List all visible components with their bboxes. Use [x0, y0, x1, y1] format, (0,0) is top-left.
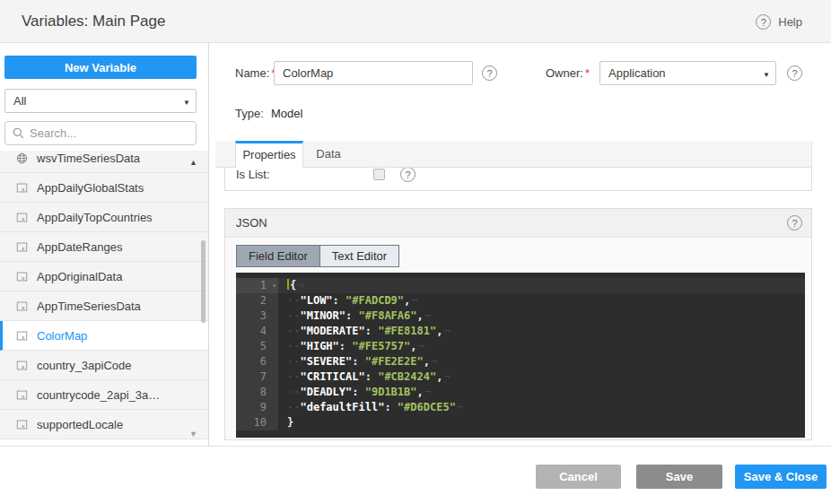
required-asterisk: * — [585, 66, 590, 80]
type-value: Model — [271, 106, 302, 122]
variable-icon: x — [15, 212, 28, 224]
page-title: Variables: Main Page — [22, 0, 165, 43]
editor-tabstrip: Properties Data — [215, 141, 812, 168]
chevron-down-icon — [757, 66, 775, 80]
list-item[interactable]: xAppTimeSeriesData — [0, 291, 208, 321]
owner-field-label: Owner:* — [546, 61, 590, 85]
save-and-close-button[interactable]: Save & Close — [735, 465, 827, 489]
variable-search[interactable] — [4, 121, 197, 145]
owner-help-icon[interactable] — [787, 65, 802, 81]
code-line[interactable]: 9··"defaultFill": "#D6DCE5"¬ — [236, 400, 805, 415]
svg-text:x: x — [21, 393, 25, 399]
list-item[interactable]: xAppDailyTopCountries — [0, 203, 208, 232]
json-editor-mode-toggle: Field Editor Text Editor — [236, 245, 399, 267]
globe-icon — [15, 152, 28, 165]
json-help-icon[interactable] — [787, 215, 802, 230]
dialog-header: Variables: Main Page Help — [0, 0, 831, 43]
line-number: 10 — [236, 415, 278, 430]
list-item[interactable]: xcountry_3apiCode — [0, 351, 208, 380]
search-input[interactable] — [30, 126, 173, 140]
owner-selected-value: Application — [600, 66, 757, 80]
list-item-label: wsvTimeSeriesData — [37, 152, 140, 165]
chevron-down-icon — [178, 94, 196, 108]
search-icon — [13, 127, 24, 139]
cancel-button[interactable]: Cancel — [536, 465, 621, 489]
field-editor-button[interactable]: Field Editor — [237, 246, 319, 266]
line-number: 8 — [236, 385, 278, 400]
variable-icon: x — [15, 360, 28, 372]
list-item[interactable]: xcountrycode_2api_3a… — [0, 380, 208, 410]
svg-text:x: x — [21, 186, 25, 192]
line-number: 6 — [236, 354, 278, 369]
line-number: 5 — [236, 339, 278, 354]
line-number: 3 — [236, 308, 278, 324]
name-help-icon[interactable] — [482, 65, 497, 81]
line-number: 7 — [236, 369, 278, 385]
name-input[interactable] — [274, 61, 473, 85]
code-line[interactable]: 4··"MODERATE": "#FE8181",¬ — [236, 324, 805, 339]
code-line[interactable]: 2··"LOW": "#FADCD9",¬ — [236, 293, 805, 308]
scroll-up-icon[interactable] — [189, 158, 197, 167]
is-list-checkbox[interactable] — [373, 169, 385, 180]
code-line[interactable]: 8··"DEADLY": "9D1B1B",¬ — [236, 385, 805, 400]
list-item-label: AppDailyTopCountries — [37, 211, 153, 224]
list-item[interactable]: wsvTimeSeriesData — [0, 151, 208, 173]
list-item-label: supportedLocale — [37, 418, 123, 431]
variable-icon: x — [15, 300, 28, 313]
footer-divider — [0, 446, 831, 447]
list-item-label: AppDailyGlobalStats — [37, 181, 144, 195]
json-section-title: JSON — [236, 209, 267, 238]
code-line[interactable]: 1{¬ — [236, 278, 805, 293]
svg-text:x: x — [21, 245, 25, 251]
help-button[interactable]: Help — [756, 0, 802, 43]
list-item-label: ColorMap — [37, 329, 87, 343]
variables-dialog: Variables: Main Page Help New Variable A… — [0, 0, 831, 504]
list-item[interactable]: xAppOriginalData — [0, 262, 208, 291]
owner-dropdown[interactable]: Application — [599, 61, 776, 85]
variable-icon: x — [15, 389, 28, 402]
name-field-label: Name:* — [235, 61, 276, 85]
list-item-label: AppDateRanges — [37, 240, 122, 254]
line-number: 1 — [236, 278, 278, 293]
help-icon — [756, 14, 771, 30]
scroll-down-icon[interactable] — [189, 430, 197, 439]
list-item-label: countrycode_2api_3a… — [37, 388, 160, 402]
variable-icon: x — [15, 419, 28, 431]
variable-editor-panel: Name:* Owner:* Application Type: Model P… — [209, 43, 831, 504]
code-line[interactable]: 5··"HIGH": "#FE5757",¬ — [236, 339, 805, 354]
variable-list: wsvTimeSeriesDataxAppDailyGlobalStatsxAp… — [0, 151, 208, 446]
tab-properties[interactable]: Properties — [235, 141, 303, 169]
variable-filter-dropdown[interactable]: All — [4, 89, 197, 113]
code-line[interactable]: 6··"SEVERE": "#FE2E2E",¬ — [236, 354, 805, 369]
is-list-help-icon[interactable] — [400, 168, 416, 182]
list-item[interactable]: xAppDateRanges — [0, 232, 208, 262]
code-line[interactable]: 10} — [236, 415, 805, 430]
line-number: 9 — [236, 400, 278, 415]
help-label: Help — [778, 15, 802, 29]
svg-text:x: x — [21, 334, 25, 340]
list-item[interactable]: xColorMap — [0, 321, 208, 351]
variable-icon: x — [15, 241, 28, 254]
scrollbar-thumb[interactable] — [201, 240, 206, 323]
list-item-label: country_3apiCode — [37, 359, 132, 372]
save-button[interactable]: Save — [636, 465, 722, 489]
code-line[interactable]: 3··"MINOR": "#F8AFA6",¬ — [236, 308, 805, 324]
line-number: 4 — [236, 324, 278, 339]
json-code-editor[interactable]: 1{¬2··"LOW": "#FADCD9",¬3··"MINOR": "#F8… — [236, 273, 805, 438]
variable-icon: x — [15, 330, 28, 343]
fold-arrow-icon[interactable] — [272, 278, 276, 293]
line-number: 2 — [236, 293, 278, 308]
is-list-label: Is List: — [236, 168, 371, 181]
variable-icon: x — [15, 182, 28, 195]
text-editor-button[interactable]: Text Editor — [319, 246, 398, 266]
filter-selected-value: All — [5, 94, 178, 108]
type-field-label: Type: — [235, 106, 264, 122]
tab-data[interactable]: Data — [303, 141, 354, 168]
new-variable-button[interactable]: New Variable — [4, 56, 197, 79]
code-line[interactable]: 7··"CRITICAL": "#CB2424",¬ — [236, 369, 805, 385]
text-cursor — [287, 279, 289, 290]
list-item-label: AppOriginalData — [37, 270, 122, 283]
list-item[interactable]: xAppDailyGlobalStats — [0, 173, 208, 203]
list-item[interactable]: xsupportedLocale — [0, 410, 208, 439]
variable-icon: x — [15, 271, 28, 283]
